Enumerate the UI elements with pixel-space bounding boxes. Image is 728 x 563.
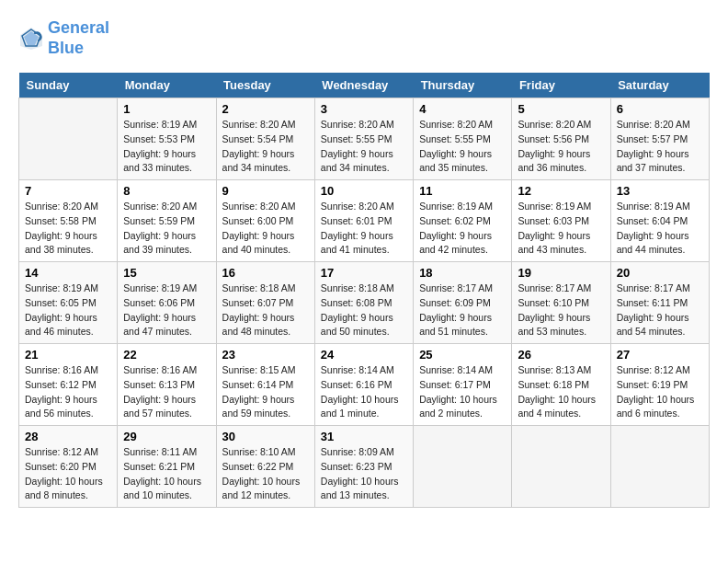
calendar-week: 1Sunrise: 8:19 AMSunset: 5:53 PMDaylight…: [19, 98, 710, 180]
calendar-cell: 15Sunrise: 8:19 AMSunset: 6:06 PMDayligh…: [118, 262, 216, 344]
day-number: 30: [222, 430, 309, 443]
day-number: 8: [123, 184, 210, 198]
calendar-cell: 11Sunrise: 8:19 AMSunset: 6:02 PMDayligh…: [414, 180, 512, 262]
calendar-cell: 27Sunrise: 8:12 AMSunset: 6:19 PMDayligh…: [610, 344, 709, 426]
cell-info: Sunrise: 8:14 AMSunset: 6:17 PMDaylight:…: [419, 363, 506, 421]
cell-info: Sunrise: 8:12 AMSunset: 6:19 PMDaylight:…: [617, 363, 703, 421]
calendar-cell: 18Sunrise: 8:17 AMSunset: 6:09 PMDayligh…: [414, 262, 512, 344]
calendar-cell: 23Sunrise: 8:15 AMSunset: 6:14 PMDayligh…: [216, 344, 314, 426]
cell-info: Sunrise: 8:19 AMSunset: 6:02 PMDaylight:…: [419, 200, 506, 258]
cell-info: Sunrise: 8:09 AMSunset: 6:23 PMDaylight:…: [321, 445, 407, 503]
calendar-table: SundayMondayTuesdayWednesdayThursdayFrid…: [18, 73, 710, 508]
cell-info: Sunrise: 8:20 AMSunset: 6:01 PMDaylight:…: [321, 200, 407, 258]
day-number: 31: [321, 430, 407, 443]
logo-icon: [18, 26, 44, 52]
logo: General Blue: [18, 18, 109, 58]
cell-info: Sunrise: 8:18 AMSunset: 6:08 PMDaylight:…: [321, 282, 407, 339]
day-number: 23: [222, 348, 309, 362]
cell-info: Sunrise: 8:16 AMSunset: 6:13 PMDaylight:…: [123, 363, 210, 421]
cell-info: Sunrise: 8:12 AMSunset: 6:20 PMDaylight:…: [25, 445, 111, 503]
calendar-cell: 16Sunrise: 8:18 AMSunset: 6:07 PMDayligh…: [216, 262, 314, 344]
calendar-cell: 9Sunrise: 8:20 AMSunset: 6:00 PMDaylight…: [216, 180, 314, 262]
logo-text: General Blue: [48, 18, 109, 58]
day-number: 20: [617, 266, 703, 280]
day-number: 18: [419, 266, 506, 280]
day-number: 10: [321, 184, 407, 198]
calendar-cell: 10Sunrise: 8:20 AMSunset: 6:01 PMDayligh…: [314, 180, 413, 262]
calendar-cell: 31Sunrise: 8:09 AMSunset: 6:23 PMDayligh…: [314, 426, 413, 508]
day-number: 22: [123, 348, 210, 362]
day-number: 12: [518, 184, 604, 198]
day-number: 25: [419, 348, 506, 362]
calendar-cell: [610, 426, 709, 508]
cell-info: Sunrise: 8:17 AMSunset: 6:10 PMDaylight:…: [518, 282, 604, 339]
calendar-cell: 4Sunrise: 8:20 AMSunset: 5:55 PMDaylight…: [414, 98, 512, 180]
cell-info: Sunrise: 8:20 AMSunset: 5:58 PMDaylight:…: [25, 200, 111, 258]
cell-info: Sunrise: 8:14 AMSunset: 6:16 PMDaylight:…: [321, 363, 407, 421]
cell-info: Sunrise: 8:19 AMSunset: 6:05 PMDaylight:…: [25, 282, 111, 339]
calendar-cell: 14Sunrise: 8:19 AMSunset: 6:05 PMDayligh…: [19, 262, 118, 344]
cell-info: Sunrise: 8:20 AMSunset: 5:57 PMDaylight:…: [617, 118, 703, 176]
cell-info: Sunrise: 8:20 AMSunset: 5:55 PMDaylight:…: [321, 118, 407, 176]
cell-info: Sunrise: 8:17 AMSunset: 6:09 PMDaylight:…: [419, 282, 506, 339]
day-number: 16: [222, 266, 309, 280]
calendar-cell: 2Sunrise: 8:20 AMSunset: 5:54 PMDaylight…: [216, 98, 314, 180]
weekday-header: Monday: [118, 73, 216, 98]
calendar-cell: 7Sunrise: 8:20 AMSunset: 5:58 PMDaylight…: [19, 180, 118, 262]
calendar-cell: 25Sunrise: 8:14 AMSunset: 6:17 PMDayligh…: [414, 344, 512, 426]
calendar-body: 1Sunrise: 8:19 AMSunset: 5:53 PMDaylight…: [19, 98, 710, 508]
cell-info: Sunrise: 8:20 AMSunset: 5:55 PMDaylight:…: [419, 118, 506, 176]
day-number: 17: [321, 266, 407, 280]
day-number: 1: [123, 102, 210, 116]
cell-info: Sunrise: 8:20 AMSunset: 6:00 PMDaylight:…: [222, 200, 309, 258]
day-number: 26: [518, 348, 604, 362]
day-number: 28: [25, 430, 111, 443]
day-number: 13: [617, 184, 703, 198]
calendar-cell: 17Sunrise: 8:18 AMSunset: 6:08 PMDayligh…: [314, 262, 413, 344]
weekday-header: Friday: [512, 73, 610, 98]
calendar-cell: 13Sunrise: 8:19 AMSunset: 6:04 PMDayligh…: [610, 180, 709, 262]
calendar-cell: 12Sunrise: 8:19 AMSunset: 6:03 PMDayligh…: [512, 180, 610, 262]
calendar-cell: [512, 426, 610, 508]
calendar-cell: 30Sunrise: 8:10 AMSunset: 6:22 PMDayligh…: [216, 426, 314, 508]
calendar-week: 28Sunrise: 8:12 AMSunset: 6:20 PMDayligh…: [19, 426, 710, 508]
day-number: 19: [518, 266, 604, 280]
calendar-cell: 3Sunrise: 8:20 AMSunset: 5:55 PMDaylight…: [314, 98, 413, 180]
cell-info: Sunrise: 8:20 AMSunset: 5:54 PMDaylight:…: [222, 118, 309, 176]
weekday-header: Thursday: [414, 73, 512, 98]
calendar-week: 14Sunrise: 8:19 AMSunset: 6:05 PMDayligh…: [19, 262, 710, 344]
weekday-header: Saturday: [610, 73, 709, 98]
cell-info: Sunrise: 8:19 AMSunset: 6:03 PMDaylight:…: [518, 200, 604, 258]
calendar-cell: [19, 98, 118, 180]
page-header: General Blue: [18, 18, 710, 58]
day-number: 24: [321, 348, 407, 362]
cell-info: Sunrise: 8:19 AMSunset: 6:04 PMDaylight:…: [617, 200, 703, 258]
cell-info: Sunrise: 8:19 AMSunset: 6:06 PMDaylight:…: [123, 282, 210, 339]
weekday-header: Tuesday: [216, 73, 314, 98]
cell-info: Sunrise: 8:20 AMSunset: 5:59 PMDaylight:…: [123, 200, 210, 258]
day-number: 27: [617, 348, 703, 362]
cell-info: Sunrise: 8:13 AMSunset: 6:18 PMDaylight:…: [518, 363, 604, 421]
calendar-cell: 21Sunrise: 8:16 AMSunset: 6:12 PMDayligh…: [19, 344, 118, 426]
calendar-cell: [414, 426, 512, 508]
day-number: 6: [617, 102, 703, 116]
calendar-cell: 20Sunrise: 8:17 AMSunset: 6:11 PMDayligh…: [610, 262, 709, 344]
cell-info: Sunrise: 8:10 AMSunset: 6:22 PMDaylight:…: [222, 445, 309, 503]
cell-info: Sunrise: 8:18 AMSunset: 6:07 PMDaylight:…: [222, 282, 309, 339]
calendar-cell: 26Sunrise: 8:13 AMSunset: 6:18 PMDayligh…: [512, 344, 610, 426]
calendar-cell: 19Sunrise: 8:17 AMSunset: 6:10 PMDayligh…: [512, 262, 610, 344]
cell-info: Sunrise: 8:17 AMSunset: 6:11 PMDaylight:…: [617, 282, 703, 339]
calendar-cell: 8Sunrise: 8:20 AMSunset: 5:59 PMDaylight…: [118, 180, 216, 262]
cell-info: Sunrise: 8:11 AMSunset: 6:21 PMDaylight:…: [123, 445, 210, 503]
day-number: 29: [123, 430, 210, 443]
calendar-week: 7Sunrise: 8:20 AMSunset: 5:58 PMDaylight…: [19, 180, 710, 262]
day-number: 7: [25, 184, 111, 198]
cell-info: Sunrise: 8:19 AMSunset: 5:53 PMDaylight:…: [123, 118, 210, 176]
weekday-header: Wednesday: [314, 73, 413, 98]
calendar-cell: 28Sunrise: 8:12 AMSunset: 6:20 PMDayligh…: [19, 426, 118, 508]
calendar-week: 21Sunrise: 8:16 AMSunset: 6:12 PMDayligh…: [19, 344, 710, 426]
calendar-cell: 22Sunrise: 8:16 AMSunset: 6:13 PMDayligh…: [118, 344, 216, 426]
weekday-header: Sunday: [19, 73, 118, 98]
day-number: 3: [321, 102, 407, 116]
day-number: 21: [25, 348, 111, 362]
